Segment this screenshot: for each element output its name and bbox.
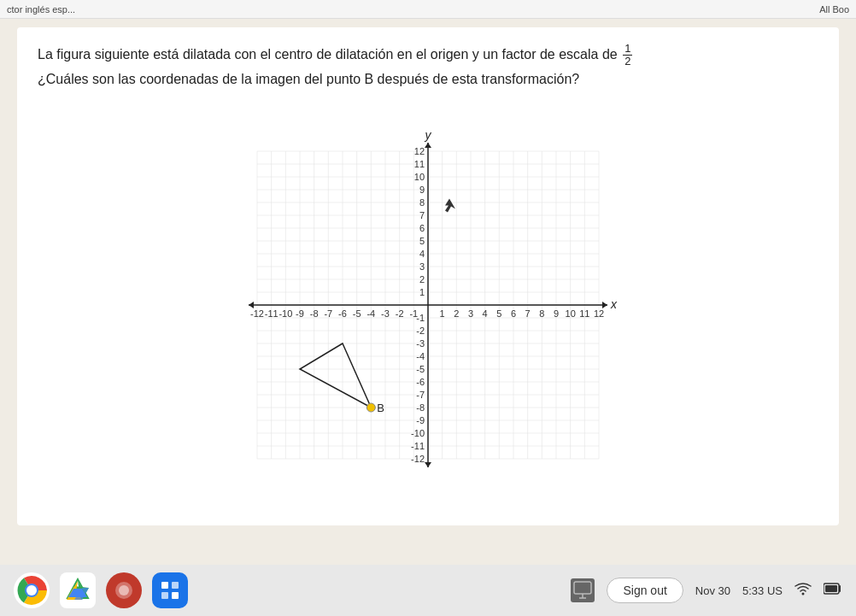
- svg-rect-8: [172, 582, 179, 589]
- question-line2: ¿Cuáles son las coordenadas de la imagen…: [38, 72, 579, 86]
- taskbar-time: 5:33 US: [742, 584, 783, 597]
- top-bar-left: ctor inglés esp...: [7, 4, 75, 15]
- bookmarks-label: All Boo: [819, 4, 849, 15]
- coordinate-graph: [206, 100, 650, 510]
- fraction-numerator: 1: [623, 43, 632, 56]
- question-text: La figura siguiente está dilatada con el…: [38, 43, 818, 90]
- fraction: 1 2: [623, 43, 632, 68]
- fraction-denominator: 2: [623, 56, 632, 67]
- app-icon-red[interactable]: [106, 572, 142, 608]
- chrome-icon[interactable]: [14, 572, 50, 608]
- monitor-icon: [571, 578, 595, 602]
- svg-rect-10: [172, 592, 179, 599]
- graph-area: [38, 100, 818, 510]
- taskbar-date: Nov 30: [695, 584, 730, 597]
- svg-rect-7: [161, 582, 168, 589]
- question-line1: La figura siguiente está dilatada con el…: [38, 47, 618, 62]
- main-content: La figura siguiente está dilatada con el…: [17, 27, 839, 525]
- graph-container: [206, 100, 650, 510]
- top-bar-right: All Boo: [819, 4, 849, 15]
- svg-rect-16: [825, 585, 837, 592]
- battery-icon: [824, 583, 842, 598]
- svg-rect-11: [574, 582, 591, 594]
- svg-point-14: [802, 593, 805, 595]
- wifi-icon: [794, 582, 812, 599]
- svg-rect-9: [161, 592, 168, 599]
- taskbar: Sign out Nov 30 5:33 US: [0, 565, 856, 616]
- app-icon-blue[interactable]: [152, 572, 188, 608]
- taskbar-left: [14, 572, 188, 608]
- drive-icon[interactable]: [60, 572, 96, 608]
- taskbar-right: Sign out Nov 30 5:33 US: [571, 578, 842, 603]
- tab-label: ctor inglés esp...: [7, 4, 75, 15]
- svg-point-2: [26, 585, 37, 595]
- svg-point-6: [119, 585, 129, 595]
- sign-out-button[interactable]: Sign out: [607, 578, 683, 603]
- top-bar: ctor inglés esp... All Boo: [0, 0, 856, 19]
